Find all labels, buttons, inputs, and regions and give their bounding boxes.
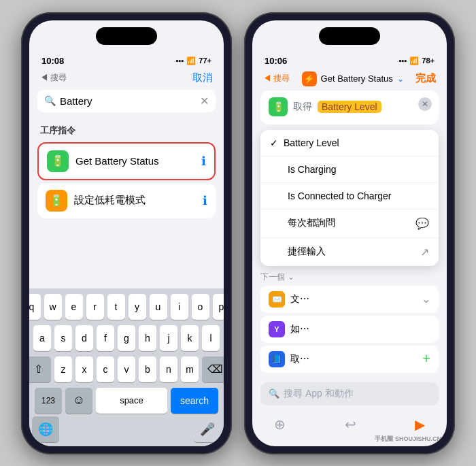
- battery-label-left: 77+: [199, 56, 211, 65]
- shortcut-name-battery: Get Battery Status: [75, 155, 194, 167]
- action-list-item-0[interactable]: ✉️ 文⋯ ⌄: [260, 286, 439, 313]
- signal-icon-right: ▪▪▪: [399, 56, 407, 65]
- key-l[interactable]: l: [202, 325, 220, 351]
- action-expand-icon[interactable]: ⌄: [397, 74, 404, 84]
- action-value-label[interactable]: Battery Level: [318, 101, 381, 113]
- key-space[interactable]: space: [96, 388, 167, 414]
- key-b[interactable]: b: [139, 356, 156, 382]
- right-phone-screen: 10:06 ▪▪▪ 📶 78+ ◀ 搜尋 ⚡ Get Battery Statu…: [252, 20, 447, 446]
- bottom-search-icon: 🔍: [269, 388, 279, 399]
- shortcut-item-lowpower[interactable]: 🔋 設定低耗電模式 ℹ: [37, 183, 216, 218]
- action-get-label: 取得: [293, 101, 312, 113]
- action-header: 🔋 取得 Battery Level: [269, 97, 430, 116]
- key-q[interactable]: q: [29, 294, 41, 320]
- dropdown-item-ask[interactable]: 每次都詢問 💬: [260, 210, 439, 238]
- action-title-nav: Get Battery Status: [321, 73, 393, 84]
- toolbar-add-btn[interactable]: ⊕: [274, 416, 286, 433]
- chevron-down-icon: ⌄: [288, 272, 294, 282]
- dropdown-label-2: Is Connected to Charger: [288, 190, 429, 201]
- kb-row-1: q w e r t y u i o p: [32, 294, 221, 320]
- search-input[interactable]: Battery: [60, 95, 196, 107]
- dropdown-item-charging[interactable]: Is Charging: [260, 156, 439, 183]
- dropdown-menu: ✓ Battery Level Is Charging Is Connected…: [260, 130, 439, 266]
- bottom-search-bar[interactable]: 🔍 搜尋 App 和動作: [260, 382, 439, 405]
- kb-row-3: ⇧ z x c v b n m ⌫: [32, 356, 221, 382]
- search-bar[interactable]: 🔍 Battery ✕: [37, 90, 216, 112]
- add-icon-2[interactable]: +: [422, 351, 430, 367]
- dropdown-label-0: Battery Level: [284, 137, 429, 148]
- ali-text-1: 如⋯: [290, 323, 430, 335]
- checkmark-icon: ✓: [270, 137, 278, 148]
- key-p[interactable]: p: [213, 294, 224, 320]
- battery-icon-sym: 🔋: [51, 154, 65, 167]
- next-label-text: 下一個: [260, 271, 285, 283]
- key-s[interactable]: s: [54, 325, 72, 351]
- shortcut-info-battery[interactable]: ℹ: [201, 154, 206, 169]
- key-emoji[interactable]: ☺: [65, 388, 92, 414]
- key-num[interactable]: 123: [35, 388, 62, 414]
- key-u[interactable]: u: [150, 294, 167, 320]
- done-button[interactable]: 完成: [415, 72, 436, 85]
- back-button-right[interactable]: ◀ 搜尋: [263, 73, 290, 84]
- dropdown-item-battery-level[interactable]: ✓ Battery Level: [260, 130, 439, 156]
- search-clear-icon[interactable]: ✕: [200, 95, 209, 107]
- key-delete[interactable]: ⌫: [202, 356, 224, 382]
- key-o[interactable]: o: [192, 294, 209, 320]
- toolbar-undo-btn[interactable]: ↩: [345, 416, 356, 433]
- key-f[interactable]: f: [97, 325, 114, 351]
- left-phone: 10:08 ▪▪▪ 📶 77+ ◀ 搜尋 取消 🔍 Battery ✕ 工序指令…: [21, 12, 232, 454]
- key-globe[interactable]: 🌐: [32, 416, 59, 442]
- dropdown-extra-icon-0: 💬: [415, 217, 429, 230]
- ali-icon-1: Y: [269, 321, 285, 337]
- shortcut-info-lowpower[interactable]: ℹ: [203, 193, 207, 208]
- toolbar-play-btn[interactable]: ▶: [415, 416, 425, 433]
- key-z[interactable]: z: [54, 356, 72, 382]
- key-m[interactable]: m: [181, 356, 199, 382]
- battery-label-right: 78+: [422, 56, 435, 65]
- search-icon: 🔍: [44, 95, 56, 106]
- key-h[interactable]: h: [139, 325, 156, 351]
- section-header: 工序指令: [29, 120, 224, 139]
- cancel-button[interactable]: 取消: [192, 71, 213, 84]
- key-t[interactable]: t: [107, 294, 125, 320]
- left-phone-screen: 10:08 ▪▪▪ 📶 77+ ◀ 搜尋 取消 🔍 Battery ✕ 工序指令…: [29, 20, 224, 446]
- signal-icon: ▪▪▪: [176, 56, 184, 65]
- key-g[interactable]: g: [118, 325, 135, 351]
- key-d[interactable]: d: [75, 325, 93, 351]
- action-list-item-1[interactable]: Y 如⋯: [260, 316, 439, 343]
- key-r[interactable]: r: [86, 294, 104, 320]
- dropdown-extra-0: 每次都詢問: [288, 217, 410, 229]
- shortcuts-app-icon: ⚡: [302, 71, 317, 86]
- key-j[interactable]: j: [160, 325, 177, 351]
- action-icon: 🔋: [269, 97, 288, 116]
- dynamic-island-right: [319, 27, 380, 45]
- expand-icon-0[interactable]: ⌄: [422, 293, 430, 305]
- key-y[interactable]: y: [129, 294, 146, 320]
- next-section-label: 下一個 ⌄: [260, 271, 439, 283]
- dropdown-item-connected[interactable]: Is Connected to Charger: [260, 183, 439, 210]
- dropdown-extra-1: 捷徑輸入: [288, 246, 415, 258]
- right-phone: 10:06 ▪▪▪ 📶 78+ ◀ 搜尋 ⚡ Get Battery Statu…: [244, 12, 455, 454]
- ali-icon-0: ✉️: [269, 291, 285, 307]
- key-x[interactable]: x: [75, 356, 93, 382]
- key-c[interactable]: c: [97, 356, 114, 382]
- back-label-left[interactable]: ◀ 搜尋: [40, 72, 67, 84]
- key-n[interactable]: n: [160, 356, 177, 382]
- key-e[interactable]: e: [65, 294, 83, 320]
- action-list-item-2[interactable]: 📘 取⋯ +: [260, 346, 439, 373]
- nav-bar-left: ◀ 搜尋 取消: [29, 70, 224, 90]
- kb-row-5: 🌐 🎤: [32, 416, 221, 442]
- key-k[interactable]: k: [181, 325, 199, 351]
- key-mic[interactable]: 🎤: [194, 416, 221, 442]
- dropdown-extra-icon-1: ↗: [420, 246, 429, 259]
- key-i[interactable]: i: [171, 294, 188, 320]
- dropdown-item-shortcut-input[interactable]: 捷徑輸入 ↗: [260, 238, 439, 266]
- action-close-button[interactable]: ✕: [418, 97, 432, 111]
- key-w[interactable]: w: [44, 294, 62, 320]
- shortcut-item-battery[interactable]: 🔋 Get Battery Status ℹ: [37, 142, 216, 180]
- key-a[interactable]: a: [33, 325, 51, 351]
- bottom-search-placeholder: 搜尋 App 和動作: [284, 388, 354, 400]
- key-search[interactable]: search: [171, 388, 218, 414]
- key-v[interactable]: v: [118, 356, 135, 382]
- key-shift[interactable]: ⇧: [29, 356, 51, 382]
